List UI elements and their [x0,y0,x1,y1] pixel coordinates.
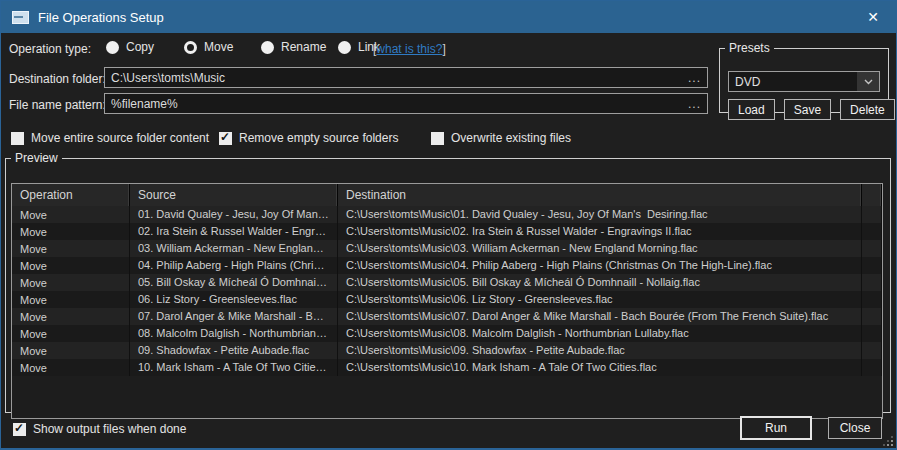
radio-option-copy[interactable]: Copy [106,40,154,54]
preset-buttons: Load Save Delete [728,99,895,120]
close-icon[interactable]: ✕ [850,1,896,33]
table-row[interactable]: Move06. Liz Story - Greensleeves.flacC:\… [12,291,882,308]
checkbox-show-output-files[interactable]: Show output files when done [13,422,186,436]
radio-icon [261,41,274,54]
radio-label: Move [204,40,233,54]
column-header-operation[interactable]: Operation [12,184,130,206]
bracket-close: ] [442,42,445,56]
column-header-destination[interactable]: Destination [338,184,862,206]
radio-label: Rename [281,40,326,54]
table-row[interactable]: Move10. Mark Isham - A Tale Of Two Citie… [12,359,882,376]
checkbox-label: Show output files when done [33,422,186,436]
table-row[interactable]: Move02. Ira Stein & Russel Walder - Engr… [12,223,882,240]
radio-icon [338,41,351,54]
cell-src: 09. Shadowfax - Petite Aubade.flac [130,342,338,359]
window-title: File Operations Setup [38,10,164,25]
preview-table[interactable]: Operation Source Destination Move01. Dav… [11,183,883,419]
cell-dst: C:\Users\tomts\Music\07. Darol Anger & M… [338,308,862,325]
cell-op: Move [12,206,130,223]
cell-blank [862,342,882,359]
cell-src: 05. Bill Oskay & Mícheál Ó Domhnaill - N… [130,274,338,291]
cell-src: 02. Ira Stein & Russel Walder - Engravin… [130,223,338,240]
cell-dst: C:\Users\tomts\Music\04. Philip Aaberg -… [338,257,862,274]
cell-dst: C:\Users\tomts\Music\09. Shadowfax - Pet… [338,342,862,359]
cell-blank [862,240,882,257]
destination-folder-label: Destination folder: [9,72,106,86]
save-button[interactable]: Save [784,99,831,120]
checkbox-label: Move entire source folder content [31,131,209,145]
operation-type-label: Operation type: [9,42,91,56]
table-row[interactable]: Move04. Philip Aaberg - High Plains (Chr… [12,257,882,274]
column-header-source[interactable]: Source [130,184,338,206]
radio-icon [106,41,119,54]
cell-op: Move [12,291,130,308]
close-button[interactable]: Close [828,417,882,439]
radio-option-move[interactable]: Move [184,40,233,54]
preview-groupbox: Preview Operation Source Destination Mov… [5,151,891,413]
presets-groupbox: Presets DVD Load Save Delete [719,41,889,113]
cell-op: Move [12,274,130,291]
cell-src: 04. Philip Aaberg - High Plains (Christm… [130,257,338,274]
cell-blank [862,359,882,376]
cell-op: Move [12,308,130,325]
cell-blank [862,308,882,325]
cell-src: 10. Mark Isham - A Tale Of Two Cities.fl… [130,359,338,376]
checkbox-icon [219,132,232,145]
cell-op: Move [12,325,130,342]
run-button[interactable]: Run [740,416,812,440]
checkbox-icon [431,132,444,145]
cell-dst: C:\Users\tomts\Music\01. David Qualey - … [338,206,862,223]
cell-op: Move [12,240,130,257]
table-row[interactable]: Move08. Malcolm Dalglish - Northumbrian … [12,325,882,342]
preview-table-body: Move01. David Qualey - Jesu, Joy Of Man'… [12,206,882,376]
chevron-down-icon[interactable] [857,72,879,91]
cell-op: Move [12,223,130,240]
preset-selected-value: DVD [735,75,760,89]
what-is-this-link[interactable]: what is this? [376,42,442,56]
cell-blank [862,223,882,240]
checkbox-icon [11,132,24,145]
checkbox-label: Remove empty source folders [239,131,398,145]
cell-src: 06. Liz Story - Greensleeves.flac [130,291,338,308]
file-name-pattern-value: %filename% [111,97,684,111]
preset-select[interactable]: DVD [728,71,880,92]
app-icon [12,11,29,24]
browse-destination-button[interactable]: ... [688,71,701,85]
resize-grip[interactable] [883,436,893,446]
cell-dst: C:\Users\tomts\Music\02. Ira Stein & Rus… [338,223,862,240]
table-row[interactable]: Move09. Shadowfax - Petite Aubade.flacC:… [12,342,882,359]
preview-table-header: Operation Source Destination [12,184,882,206]
radio-label: Copy [126,40,154,54]
cell-dst: C:\Users\tomts\Music\06. Liz Story - Gre… [338,291,862,308]
checkbox-move-entire-source[interactable]: Move entire source folder content [11,131,209,145]
radio-option-rename[interactable]: Rename [261,40,326,54]
cell-op: Move [12,257,130,274]
checkbox-label: Overwrite existing files [451,131,571,145]
cell-dst: C:\Users\tomts\Music\03. William Ackerma… [338,240,862,257]
file-name-pattern-input[interactable]: %filename% ... [104,93,708,114]
cell-blank [862,206,882,223]
cell-src: 08. Malcolm Dalglish - Northumbrian Lull… [130,325,338,342]
cell-blank [862,291,882,308]
titlebar: File Operations Setup ✕ [1,1,896,33]
table-row[interactable]: Move01. David Qualey - Jesu, Joy Of Man'… [12,206,882,223]
table-row[interactable]: Move03. William Ackerman - New England M… [12,240,882,257]
cell-src: 03. William Ackerman - New England Morni… [130,240,338,257]
cell-op: Move [12,342,130,359]
help-text: [what is this?] [373,42,446,56]
radio-icon [184,41,197,54]
checkbox-icon [13,423,26,436]
browse-pattern-button[interactable]: ... [688,97,701,111]
cell-dst: C:\Users\tomts\Music\08. Malcolm Dalglis… [338,325,862,342]
cell-dst: C:\Users\tomts\Music\05. Bill Oskay & Mí… [338,274,862,291]
load-button[interactable]: Load [728,99,775,120]
cell-blank [862,325,882,342]
table-row[interactable]: Move05. Bill Oskay & Mícheál Ó Domhnaill… [12,274,882,291]
checkbox-remove-empty-folders[interactable]: Remove empty source folders [219,131,398,145]
delete-button[interactable]: Delete [840,99,895,120]
table-row[interactable]: Move07. Darol Anger & Mike Marshall - Ba… [12,308,882,325]
checkbox-overwrite-existing[interactable]: Overwrite existing files [431,131,571,145]
destination-folder-input[interactable]: C:\Users\tomts\Music ... [104,67,708,88]
cell-src: 07. Darol Anger & Mike Marshall - Bach B… [130,308,338,325]
file-operations-setup-dialog: File Operations Setup ✕ Operation type: … [0,0,897,450]
